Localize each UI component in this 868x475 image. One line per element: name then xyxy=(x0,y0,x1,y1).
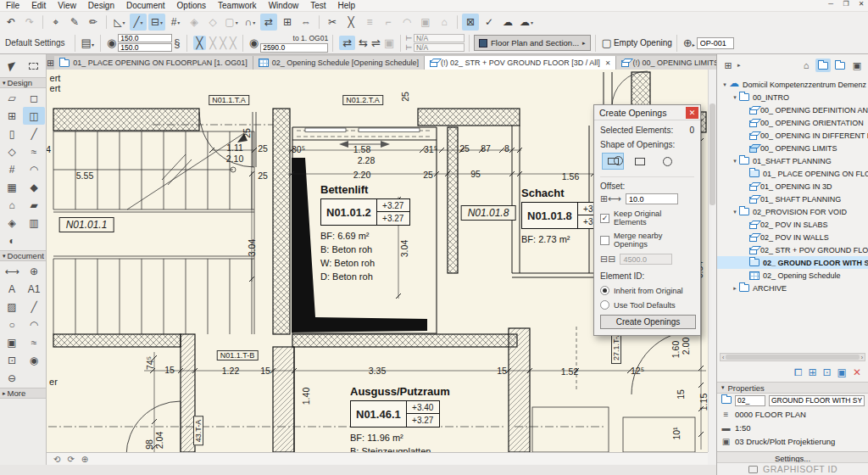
merge-nearby-checkbox[interactable] xyxy=(600,236,609,245)
delete-icon[interactable]: ✕ xyxy=(853,366,861,378)
figure-tool[interactable]: ▣ xyxy=(1,333,23,351)
navigator-item[interactable]: 02_ POV IN SLABS xyxy=(717,218,868,231)
navigator-item[interactable]: 00_ OPENING LIMITS xyxy=(717,142,868,154)
menu-item[interactable]: Document xyxy=(120,0,171,12)
publisher-sets-icon[interactable]: ▣ xyxy=(849,59,865,72)
guide-lines-icon[interactable]: ◺▾ xyxy=(111,14,128,31)
dialog-close-icon[interactable]: ✕ xyxy=(686,107,698,119)
tab-opening-schedule[interactable]: 02_ Opening Schedule [Opening Schedule] xyxy=(253,56,425,70)
toolbox-section-design[interactable]: ▾Design xyxy=(0,77,46,88)
linked-library-icon[interactable]: ⊕▸ xyxy=(683,36,695,49)
tab-place-opening-on-floorplan[interactable]: 01_ PLACE OPENING ON FLOORPLAN [1. OG01] xyxy=(54,56,253,70)
edit-selection-set-icon[interactable]: ⊞ xyxy=(279,14,296,31)
zone-tool[interactable]: ▰ xyxy=(23,196,45,214)
room-stamp-ausguss[interactable]: Ausguss/Putzraum N01.46.1 +3.40 +3.27 BF… xyxy=(350,385,450,452)
align-icon[interactable]: ⌂ xyxy=(436,14,453,31)
navigator-item[interactable]: 00_ OPENING ORIENTATION xyxy=(717,116,868,129)
na-top-field[interactable]: N/A xyxy=(414,34,465,42)
wall-tool[interactable]: ▱ xyxy=(1,89,23,107)
gravity-icon[interactable]: ◈ xyxy=(186,14,203,31)
toolbox-section-document[interactable]: ▾Document xyxy=(0,250,46,261)
marquee-options-icon[interactable]: ⊠ xyxy=(462,14,479,31)
room-stamp-bettenlift[interactable]: Bettenlift N01.01.2 +3.27 +3.27 BF: 6.69… xyxy=(320,183,410,283)
slab-tool[interactable]: ◇ xyxy=(1,142,23,160)
mesh-tool[interactable]: ◈ xyxy=(1,214,23,232)
opening-3d-icon[interactable]: ▣ xyxy=(384,36,394,49)
minimize-button[interactable]: ─ xyxy=(826,0,836,8)
door-tool[interactable]: ◻ xyxy=(23,89,45,107)
navigator-horizontal-scrollbar[interactable]: ‹› xyxy=(720,353,865,361)
properties-header[interactable]: ▾Properties xyxy=(717,382,868,394)
menu-item[interactable]: File xyxy=(0,0,25,12)
window-tool[interactable]: ⊞ xyxy=(1,107,23,125)
object-tool[interactable]: ▥ xyxy=(23,214,45,232)
restore-button[interactable]: ❐ xyxy=(841,0,851,8)
column-tool[interactable]: ▯ xyxy=(1,125,23,142)
create-openings-button[interactable]: Create Openings xyxy=(600,315,696,329)
navigator-item[interactable]: 01_ PLACE OPENING ON FLOORPLAN xyxy=(717,167,868,180)
redo-icon[interactable]: ↷ xyxy=(21,14,38,31)
navigator-item[interactable]: 02_ POV IN WALLS xyxy=(717,231,868,243)
expander-icon[interactable]: ▾ xyxy=(731,209,739,215)
expander-icon[interactable]: ▾ xyxy=(731,94,739,101)
split-icon[interactable]: ╳ xyxy=(342,14,359,31)
toolbox-section-more[interactable]: ▸More xyxy=(0,388,46,399)
project-chooser-icon[interactable]: ⊞ xyxy=(721,59,736,72)
transfer-settings-icon[interactable]: ✏ xyxy=(85,14,102,31)
cut-mode3-icon[interactable]: ╳ xyxy=(220,36,226,49)
menu-item[interactable]: Options xyxy=(171,0,212,12)
railing-tool[interactable]: # xyxy=(1,160,23,178)
opening-vertical-icon[interactable]: ⇆ xyxy=(359,36,368,49)
shape-rectangle-button[interactable] xyxy=(629,153,651,170)
chevron-right-icon[interactable]: ▸ xyxy=(737,62,741,69)
keep-original-checkbox[interactable]: ✓ xyxy=(600,214,609,223)
navigator-item[interactable]: ▾ 01_SHAFT PLANNING xyxy=(717,154,868,167)
canvas-scrollbar[interactable] xyxy=(708,70,716,452)
arrow-tool[interactable]: ◤ xyxy=(2,57,23,75)
stretch-icon[interactable]: ⇔ xyxy=(298,14,314,31)
spline-tool[interactable]: ≈ xyxy=(23,333,45,351)
cut-mode4-icon[interactable]: ╳ xyxy=(230,36,236,49)
inject-parameters-icon[interactable]: ✎ xyxy=(66,14,83,31)
navigator-project-root[interactable]: ▾ Domicil Kompetenzzentrum Demenz Oberri… xyxy=(717,78,868,91)
pick-up-parameters-icon[interactable]: ⌖ xyxy=(47,14,64,31)
snap-guides-icon[interactable]: ╱▾ xyxy=(130,14,147,31)
menu-item[interactable]: Help xyxy=(332,0,362,12)
layout-book-icon[interactable] xyxy=(832,59,848,72)
navigator-item[interactable]: 00_ OPENING IN DIFFERENT ELEMENT TYPES xyxy=(717,129,868,142)
zoom-icon[interactable]: ⊕ xyxy=(81,455,88,464)
menu-item[interactable]: Test xyxy=(304,0,331,12)
tool-defaults-radio[interactable] xyxy=(600,300,609,310)
tab-overview-icon[interactable]: ⊞ xyxy=(47,56,54,70)
trim-icon[interactable]: ✂ xyxy=(324,14,341,31)
floor-plan-and-section-button[interactable]: Floor Plan and Section... ▸ xyxy=(474,35,591,51)
expander-icon[interactable]: ▸ xyxy=(731,285,739,292)
chain-link-icon[interactable]: § xyxy=(174,36,180,49)
tab-close-icon[interactable]: ✕ xyxy=(605,59,611,67)
undo-icon[interactable]: ↶ xyxy=(3,14,19,31)
expander-icon[interactable]: ▾ xyxy=(721,81,729,88)
close-button[interactable]: ✕ xyxy=(856,0,866,8)
view-id-field[interactable] xyxy=(735,395,765,406)
group-icon[interactable]: ▢▾ xyxy=(223,14,240,31)
teamwork-receive-icon[interactable]: ☁▾ xyxy=(518,14,535,31)
settings-dialog-icon[interactable]: ▤▾ xyxy=(81,36,94,49)
top-offset-field[interactable] xyxy=(118,34,172,42)
menu-item[interactable]: Teamwork xyxy=(212,0,263,12)
offset-field[interactable] xyxy=(626,193,678,204)
adjust-icon[interactable]: ≡ xyxy=(361,14,378,31)
new-folder-icon[interactable]: ⊡ xyxy=(823,366,832,378)
new-viewpoint-icon[interactable]: ⧠ xyxy=(794,366,803,378)
rotate-view-icon[interactable]: ⟲ xyxy=(53,455,60,464)
menu-item[interactable]: Window xyxy=(263,0,305,12)
opening-tool[interactable]: ◫ xyxy=(23,107,45,125)
opening-id-field[interactable] xyxy=(697,37,734,49)
cut-mode2-icon[interactable]: ╳ xyxy=(209,36,216,49)
grid-snap-icon[interactable]: #▾ xyxy=(167,14,184,31)
navigator-item[interactable]: 00_ OPENING DEFINITION AND SHAPE xyxy=(717,103,868,116)
navigator-item-selected[interactable]: 02_ GROUND FLOOR WITH SYMBOLS xyxy=(717,256,868,269)
bottom-offset-field[interactable] xyxy=(118,43,172,52)
label-tool[interactable]: A1 xyxy=(23,280,45,298)
resize-icon[interactable]: ▣ xyxy=(417,14,434,31)
suspend-groups-icon[interactable]: ⇄ xyxy=(260,14,277,31)
